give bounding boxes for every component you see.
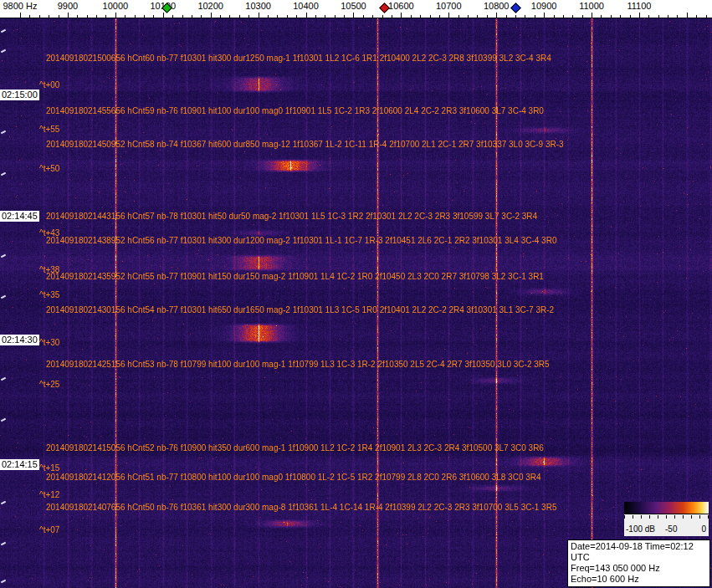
- freq-tick: [192, 15, 192, 18]
- detection-record-4: 20140918021450952 hCnt58 nb-74 f10367 hi…: [46, 140, 564, 150]
- freq-tick: [611, 15, 612, 18]
- freq-tick: [535, 15, 535, 18]
- freq-tick: [306, 13, 307, 18]
- second-marker-21: ^t+07: [39, 525, 59, 535]
- freq-tick: [220, 15, 221, 18]
- info-echo: Echo=10 600 Hz: [571, 574, 707, 585]
- freq-tick: [87, 15, 88, 18]
- freq-tick: [163, 13, 164, 18]
- freq-tick: [639, 13, 640, 18]
- info-date-time: Date=2014-09-18 Time=02:12 UTC: [571, 541, 707, 563]
- freq-tick: [259, 13, 259, 18]
- freq-tick: [687, 13, 688, 18]
- info-box: Date=2014-09-18 Time=02:12 UTC Freq=143 …: [567, 539, 710, 587]
- freq-tick: [620, 15, 621, 18]
- detection-record-12: 20140918021430156 hCnt54 nb-77 f10301 hi…: [46, 305, 554, 315]
- freq-tick: [68, 13, 69, 18]
- freq-tick: [554, 15, 555, 18]
- freq-tick: [211, 13, 212, 18]
- freq-tick: [135, 15, 136, 18]
- freq-tick: [487, 15, 488, 18]
- freq-tick: [59, 15, 59, 18]
- second-marker-11: ^t+35: [39, 290, 59, 300]
- freq-tick: [448, 13, 449, 18]
- freq-tick: [630, 15, 631, 18]
- freq-tick: [277, 15, 278, 18]
- freq-tick: [677, 15, 678, 18]
- legend-label-max: 0: [701, 524, 706, 534]
- detection-record-18: 20140918021412056 hCnt51 nb-77 f10800 hi…: [46, 473, 541, 483]
- freq-tick: [296, 15, 297, 18]
- freq-label-9900: 9900: [41, 1, 95, 11]
- second-marker-1: ^t+00: [39, 80, 59, 90]
- freq-tick: [458, 15, 459, 18]
- time-label: 02:15:00: [0, 89, 39, 100]
- color-scale-ticks: [624, 515, 709, 519]
- freq-tick: [239, 15, 240, 18]
- freq-tick: [363, 15, 364, 18]
- freq-tick: [496, 13, 497, 18]
- freq-tick: [201, 15, 202, 18]
- freq-tick: [77, 15, 78, 18]
- freq-tick: [525, 15, 525, 18]
- freq-tick: [125, 15, 125, 18]
- freq-label-10400: 10400: [279, 1, 333, 11]
- freq-tick: [544, 13, 545, 18]
- freq-tick: [506, 15, 507, 18]
- freq-tick: [668, 15, 668, 18]
- color-scale-gradient: [624, 502, 709, 514]
- freq-label-9800: 9800 Hz: [0, 1, 47, 11]
- freq-tick: [172, 15, 173, 18]
- freq-tick: [430, 15, 431, 18]
- detection-record-6: 20140918021443156 hCnt57 nb-78 f10301 hi…: [46, 212, 537, 222]
- second-marker-13: ^t+30: [39, 338, 59, 348]
- detection-record-20: 20140918021407656 hCnt50 nb-76 f10361 hi…: [46, 503, 556, 513]
- freq-tick: [563, 15, 564, 18]
- info-frequency: Freq=143 050 000 Hz: [571, 563, 707, 574]
- freq-tick: [411, 15, 412, 18]
- freq-tick: [601, 15, 602, 18]
- freq-tick: [706, 15, 707, 18]
- frequency-axis: 9800 Hz990010000101001020010300104001050…: [0, 0, 712, 18]
- detection-record-2: 20140918021455656 hCnt59 nb-76 f10901 hi…: [46, 106, 544, 116]
- freq-tick: [420, 15, 421, 18]
- freq-tick: [315, 15, 316, 18]
- freq-tick: [592, 13, 592, 18]
- freq-tick: [344, 15, 345, 18]
- freq-tick: [20, 13, 21, 18]
- legend-label-min: -100 dB: [626, 524, 655, 534]
- time-label: 02:14:15: [0, 459, 39, 470]
- freq-tick: [658, 15, 659, 18]
- freq-tick: [696, 15, 697, 18]
- freq-tick: [105, 15, 106, 18]
- freq-tick: [29, 15, 30, 18]
- time-label: 02:14:30: [0, 335, 39, 345]
- freq-tick: [287, 15, 288, 18]
- freq-tick: [268, 15, 269, 18]
- freq-tick: [582, 15, 583, 18]
- detection-record-0: 20140918021500656 hCnt60 nb-77 f10301 hi…: [46, 54, 551, 64]
- freq-tick: [153, 15, 154, 18]
- freq-tick: [477, 15, 478, 18]
- meteor-echo-spectrogram-app: 9800 Hz990010000101001020010300104001050…: [0, 0, 712, 588]
- freq-label-10300: 10300: [232, 1, 285, 11]
- detection-record-16: 20140918021415056 hCnt52 nb-76 f10900 hi…: [46, 443, 544, 453]
- freq-tick: [96, 15, 97, 18]
- freq-tick: [144, 15, 145, 18]
- detection-record-14: 20140918021425156 hCnt53 nb-78 f10799 hi…: [46, 360, 550, 370]
- second-marker-3: ^t+55: [39, 125, 59, 135]
- freq-tick: [468, 15, 469, 18]
- detection-record-10: 20140918021435952 hCnt55 nb-77 f10901 hi…: [46, 272, 544, 282]
- freq-tick: [372, 15, 373, 18]
- second-marker-19: ^t+12: [39, 490, 59, 500]
- freq-tick: [515, 15, 516, 18]
- color-scale-legend: -100 dB -50 0: [624, 502, 709, 536]
- freq-tick: [248, 15, 249, 18]
- second-marker-15: ^t+25: [39, 380, 59, 390]
- freq-tick: [229, 15, 230, 18]
- freq-tick: [648, 15, 649, 18]
- freq-tick: [335, 15, 336, 18]
- legend-label-mid: -50: [665, 524, 677, 534]
- freq-tick: [439, 15, 440, 18]
- freq-label-10900: 10900: [517, 1, 571, 11]
